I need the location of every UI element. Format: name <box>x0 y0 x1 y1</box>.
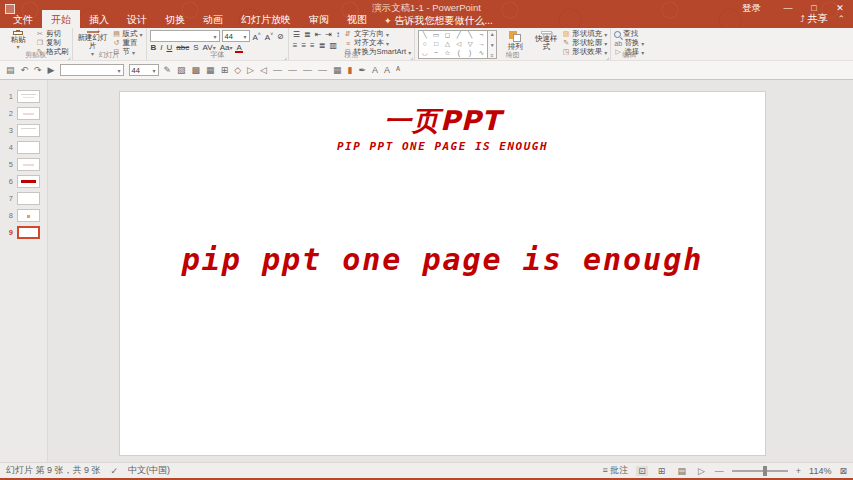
minimize-button[interactable]: — <box>775 0 801 16</box>
tab-design[interactable]: 设计 <box>118 10 156 28</box>
shapes-gallery[interactable]: ╲▭◻╱╲¬○□△◁▽→◡~☆()∿ ▲▼≡ <box>418 30 497 51</box>
tab-review[interactable]: 审阅 <box>300 10 338 28</box>
slide-thumbnail-5[interactable]: 5 <box>4 158 47 171</box>
photo-album-icon[interactable]: ▦ <box>206 66 215 75</box>
shape-fill-icon[interactable]: ▮ <box>347 66 352 75</box>
dialog-launcher-icon[interactable]: ⌟ <box>68 53 71 60</box>
slide-thumbnail-7[interactable]: 7 <box>4 192 47 205</box>
cut-button[interactable]: ✂剪切 <box>36 30 69 38</box>
shrink-font-icon[interactable]: ᴬ <box>396 66 400 75</box>
dialog-launcher-icon[interactable]: ⌟ <box>606 53 609 60</box>
slide-thumbnail-8[interactable]: 8 <box>4 209 47 222</box>
normal-view-button[interactable]: ⊡ <box>636 466 648 476</box>
bullets-icon[interactable]: ☰ <box>292 30 301 39</box>
line-spacing-icon[interactable]: ↕ <box>335 30 341 39</box>
shape-fill-button[interactable]: ▨形状填充▾ <box>562 30 607 38</box>
reset-button[interactable]: ↺重置 <box>113 39 143 47</box>
shape-outline-button[interactable]: ✎形状轮廓▾ <box>562 39 607 47</box>
zoom-percentage[interactable]: 114% <box>809 466 831 476</box>
shape-icon[interactable]: ╱ <box>457 32 461 39</box>
slide-thumbnail-9[interactable]: 9 <box>4 226 47 239</box>
tab-home[interactable]: 开始 <box>42 10 80 28</box>
paste-button[interactable]: 粘贴 ▾ <box>3 30 33 51</box>
qat-font-name-combo[interactable]: ▾ <box>60 64 124 76</box>
redo-icon[interactable]: ↷ <box>34 66 42 75</box>
shape-icon[interactable]: ╲ <box>423 32 427 39</box>
slide-thumbnail-4[interactable]: 4 <box>4 141 47 154</box>
font-name-combo[interactable]: ▾ <box>150 30 220 42</box>
shape-icon[interactable]: ╲ <box>468 32 472 39</box>
insert-shapes-icon[interactable]: ◇ <box>234 66 241 75</box>
font-size-combo[interactable]: 44▾ <box>222 30 250 42</box>
numbering-icon[interactable]: ≣ <box>303 30 312 39</box>
undo-icon[interactable]: ↶ <box>21 66 29 75</box>
share-button[interactable]: ⤴ 共享 <box>800 12 827 26</box>
save-icon[interactable]: ▤ <box>6 66 15 75</box>
send-backward-icon[interactable]: ◁ <box>260 66 267 75</box>
zoom-slider-thumb[interactable] <box>763 466 767 476</box>
shape-icon[interactable]: △ <box>445 41 450 48</box>
bring-forward-icon[interactable]: ▷ <box>247 66 254 75</box>
align-text-button[interactable]: ≡对齐文本▾ <box>344 39 411 47</box>
text-direction-button[interactable]: ⇵文字方向▾ <box>344 30 411 38</box>
collapse-ribbon-icon[interactable]: ⌃ <box>837 14 845 24</box>
decrease-indent-icon[interactable]: ⇤ <box>314 30 323 39</box>
screenshot-icon[interactable]: ▩ <box>192 66 201 75</box>
slide-title-text[interactable]: 一页PPT <box>120 103 765 139</box>
fit-to-window-icon[interactable]: ⊠ <box>839 466 847 476</box>
slideshow-view-button[interactable]: ▷ <box>696 466 707 476</box>
tab-transitions[interactable]: 切换 <box>156 10 194 28</box>
grow-font-button[interactable]: A˄ <box>252 31 262 42</box>
arrange-button[interactable]: 排列 <box>500 30 530 51</box>
signin-button[interactable]: 登录 <box>742 2 761 15</box>
zoom-out-button[interactable]: — <box>715 466 724 476</box>
align-left-icon[interactable]: ≡ <box>292 41 299 50</box>
spelling-icon[interactable]: ✓ <box>111 466 119 476</box>
zoom-in-button[interactable]: + <box>796 466 801 476</box>
align-center-icon[interactable]: ≡ <box>300 41 307 50</box>
insert-picture-icon[interactable]: ▨ <box>177 66 186 75</box>
slide-thumbnail-2[interactable]: 2 <box>4 107 47 120</box>
dialog-launcher-icon[interactable]: ⌟ <box>284 53 287 60</box>
shape-icon[interactable]: □ <box>434 41 438 48</box>
line-medium-icon[interactable]: — <box>288 66 297 75</box>
replace-button[interactable]: ab替换▾ <box>614 39 644 47</box>
tab-slideshow[interactable]: 幻灯片放映 <box>232 10 300 28</box>
pen-color-icon[interactable]: ✒ <box>358 66 366 75</box>
reading-view-button[interactable]: ▤ <box>675 466 688 476</box>
quick-styles-button[interactable]: 快速样式 <box>533 30 559 51</box>
dialog-launcher-icon[interactable]: ⌟ <box>410 53 413 60</box>
slide-sorter-view-button[interactable]: ⊞ <box>656 466 668 476</box>
table-grid-icon[interactable]: ▦ <box>333 66 342 75</box>
zoom-slider[interactable] <box>732 470 788 472</box>
align-right-icon[interactable]: ≡ <box>309 41 316 50</box>
shape-icon[interactable]: ◻ <box>445 32 450 39</box>
qat-font-size-combo[interactable]: 44▾ <box>129 64 159 76</box>
grow-font-icon[interactable]: A <box>384 66 390 75</box>
language-label[interactable]: 中文(中国) <box>128 464 170 477</box>
tab-insert[interactable]: 插入 <box>80 10 118 28</box>
increase-indent-icon[interactable]: ⇥ <box>324 30 333 39</box>
line-thick-icon[interactable]: — <box>303 66 312 75</box>
insert-table-icon[interactable]: ⊞ <box>221 66 229 75</box>
slide-thumbnail-1[interactable]: 1 <box>4 90 47 103</box>
tab-animations[interactable]: 动画 <box>194 10 232 28</box>
find-button[interactable]: 查找 <box>614 30 644 38</box>
justify-icon[interactable]: ≣ <box>318 41 327 50</box>
font-color-icon[interactable]: A <box>372 66 378 75</box>
slide-thumbnail-3[interactable]: 3 <box>4 124 47 137</box>
tell-me-box[interactable]: ✦ 告诉我您想要做什么... <box>376 10 501 28</box>
copy-button[interactable]: ❐复制 <box>36 39 69 47</box>
line-thin-icon[interactable]: — <box>273 66 282 75</box>
columns-icon[interactable]: ▥ <box>328 41 338 50</box>
tab-file[interactable]: 文件 <box>4 10 42 28</box>
clear-formatting-button[interactable]: ⊘ <box>276 32 285 41</box>
comments-button[interactable]: ≡ 批注 <box>603 464 629 477</box>
shape-icon[interactable]: ○ <box>423 41 427 48</box>
shape-icon[interactable]: ¬ <box>480 32 484 39</box>
shape-icon[interactable]: ▭ <box>433 32 439 39</box>
new-slide-button[interactable]: 新建幻灯片 ▾ <box>76 30 110 51</box>
slide-body-text[interactable]: pip ppt one page is enough <box>120 242 765 277</box>
layout-button[interactable]: ▤版式▾ <box>113 30 143 38</box>
slide-subtitle-text[interactable]: PIP PPT ONE PAGE IS ENOUGH <box>120 140 765 153</box>
